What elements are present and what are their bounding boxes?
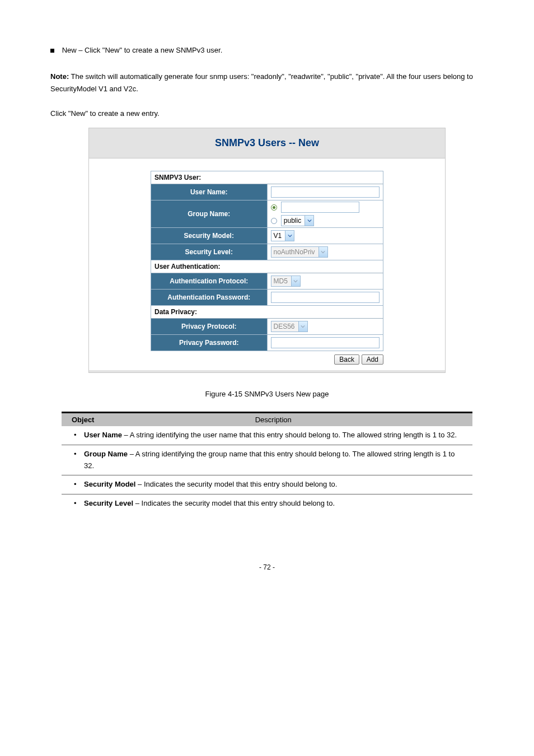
chevron-down-icon: [318, 247, 327, 257]
form-table: SNMPV3 User: User Name: Group Name:: [151, 171, 383, 351]
description-header: Object Description: [62, 412, 472, 426]
back-button[interactable]: Back: [334, 354, 359, 365]
chevron-down-icon: [305, 216, 313, 226]
desc-text: – Indicates the security model that this…: [133, 499, 335, 507]
note-text: The switch will automatically generate f…: [50, 72, 473, 93]
label-priv-password: Privacy Password:: [151, 334, 268, 351]
label-priv-protocol: Privacy Protocol:: [151, 318, 268, 334]
section-auth: User Authentication:: [151, 260, 383, 273]
click-new-text: Click "New" to create a new entry.: [50, 109, 484, 118]
desc-object: Security Model: [84, 480, 135, 488]
label-security-model: Security Model:: [151, 227, 268, 244]
figure-caption: Figure 4-15 SNMPv3 Users New page: [50, 390, 484, 398]
desc-object: User Name: [84, 431, 122, 439]
note-label: Note:: [50, 72, 69, 81]
desc-row: Security Level – Indicates the security …: [62, 494, 472, 513]
description-table: Object Description User Name – A string …: [62, 412, 472, 513]
desc-row: Security Model – Indicates the security …: [62, 475, 472, 494]
desc-row: Group Name – A string identifying the gr…: [62, 445, 472, 476]
label-group-name: Group Name:: [151, 200, 268, 227]
page-number: - 72 -: [50, 563, 484, 571]
desc-header-description: Description: [255, 416, 292, 424]
chevron-down-icon: [285, 231, 294, 241]
desc-text: – A string identifying the user name tha…: [122, 431, 457, 439]
desc-text: – A string identifying the group name th…: [84, 450, 455, 470]
chevron-down-icon: [298, 321, 307, 332]
security-model-select[interactable]: V1: [271, 230, 295, 241]
label-auth-password: Authentication Password:: [151, 289, 268, 305]
label-user-name: User Name:: [151, 184, 268, 200]
section-user: SNMPV3 User:: [151, 171, 383, 184]
add-button[interactable]: Add: [362, 354, 383, 365]
screenshot-panel: SNMPv3 Users -- New SNMPV3 User: User Na…: [88, 128, 446, 373]
section-priv: Data Privacy:: [151, 305, 383, 318]
group-dropdown-value: public: [284, 217, 301, 225]
group-custom-input[interactable]: [281, 202, 359, 213]
chevron-down-icon: [291, 276, 300, 286]
security-level-select[interactable]: noAuthNoPriv: [271, 246, 328, 258]
desc-object: Security Level: [84, 499, 133, 507]
square-bullet-icon: [50, 49, 54, 53]
desc-text: – Indicates the security model that this…: [135, 480, 337, 488]
panel-title: SNMPv3 Users -- New: [89, 128, 445, 158]
auth-protocol-value: MD5: [274, 277, 288, 285]
priv-password-input[interactable]: [271, 337, 380, 348]
security-model-value: V1: [274, 232, 282, 240]
group-radio-preset[interactable]: [271, 218, 277, 224]
intro-bullet-line: New – Click "New" to create a new SNMPv3…: [50, 45, 484, 57]
label-security-level: Security Level:: [151, 244, 268, 260]
auth-password-input[interactable]: [271, 292, 380, 303]
label-auth-protocol: Authentication Protocol:: [151, 273, 268, 289]
intro-text: New – Click "New" to create a new SNMPv3…: [62, 46, 223, 54]
group-dropdown[interactable]: public: [281, 215, 314, 226]
group-radio-custom[interactable]: [271, 204, 277, 211]
desc-header-object: Object: [72, 416, 94, 424]
priv-protocol-select[interactable]: DES56: [271, 321, 308, 332]
desc-object: Group Name: [84, 450, 128, 458]
desc-row: User Name – A string identifying the use…: [62, 426, 472, 445]
auth-protocol-select[interactable]: MD5: [271, 276, 301, 287]
security-level-value: noAuthNoPriv: [274, 248, 315, 256]
user-name-input[interactable]: [271, 186, 380, 198]
priv-protocol-value: DES56: [274, 323, 295, 330]
note-block: Note: The switch will automatically gene…: [50, 71, 484, 95]
